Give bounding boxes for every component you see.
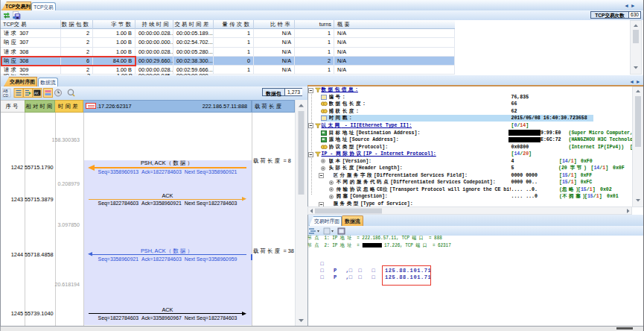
svg-text:CD: CD bbox=[3, 93, 9, 98]
svg-text:AK: AK bbox=[34, 92, 39, 95]
